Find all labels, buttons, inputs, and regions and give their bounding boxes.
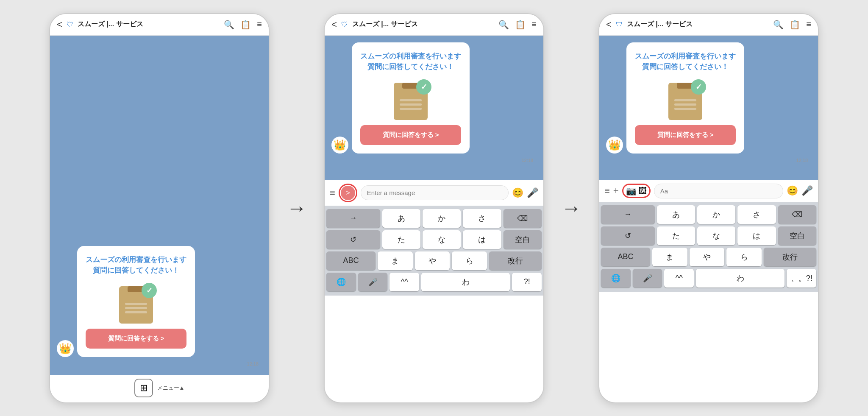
key-enter-2[interactable]: 改行 — [489, 251, 542, 270]
key-a-3[interactable]: あ — [657, 205, 695, 224]
checkmark-1: ✓ — [146, 286, 153, 295]
key-globe-2[interactable]: 🌐 — [326, 273, 356, 291]
plus-icon-3[interactable]: + — [613, 185, 619, 196]
key-ha-2[interactable]: は — [463, 230, 501, 249]
key-sa-2[interactable]: さ — [463, 209, 501, 228]
key-row-2-2: ↺ た な は 空白 — [326, 230, 542, 249]
checkmark-circle-2: ✓ — [416, 79, 431, 95]
action-button-2[interactable]: 質問に回答をする > — [360, 125, 461, 145]
header-2: < 🛡 スムーズ |... サービス 🔍 📋 ≡ — [325, 14, 543, 36]
keyboard-2: → あ か さ ⌫ ↺ た な は 空白 ABC ま や ら 改行 🌐 — [325, 206, 543, 296]
key-wa-2[interactable]: わ — [421, 273, 510, 291]
action-button-3[interactable]: 質問に回答をする > — [635, 125, 736, 145]
key-ma-2[interactable]: ま — [378, 251, 413, 270]
hamburger-icon-3[interactable]: ≡ — [604, 185, 610, 196]
key-ya-3[interactable]: や — [690, 248, 725, 266]
key-na-3[interactable]: な — [697, 226, 735, 245]
message-input-2[interactable] — [361, 185, 509, 200]
key-enter-3[interactable]: 改行 — [764, 248, 816, 266]
search-icon-3[interactable]: 🔍 — [773, 20, 784, 30]
chat-area-3: 👑 スムーズの利用審査を行います 質問に回答してください！ — [599, 36, 818, 180]
search-icon-1[interactable]: 🔍 — [224, 20, 234, 30]
key-ta-3[interactable]: た — [657, 226, 695, 245]
keyboard-3: → あ か さ ⌫ ↺ た な は 空白 ABC ま や ら 改行 🌐 — [599, 202, 818, 292]
emoji-icon-3[interactable]: 😊 — [787, 185, 798, 196]
line-3a — [674, 99, 696, 101]
key-del-2[interactable]: ⌫ — [504, 209, 542, 228]
key-ta-2[interactable]: た — [382, 230, 420, 249]
key-space-2[interactable]: 空白 — [504, 230, 542, 249]
key-punc-3[interactable]: 、。?! — [787, 269, 816, 288]
menu-button-1[interactable]: ⊞ メニュー▲ — [134, 379, 185, 397]
avatar-3: 👑 — [606, 137, 623, 154]
key-row-2-1: → あ か さ ⌫ — [326, 209, 542, 228]
key-caret-3[interactable]: ^^ — [664, 269, 694, 288]
message-input-3[interactable] — [654, 184, 783, 198]
key-globe-3[interactable]: 🌐 — [601, 269, 631, 288]
message-row-1: 👑 スムーズの利用審査を行います 質問に回答してください！ — [57, 246, 262, 357]
header-3: < 🛡 スムーズ |... サービス 🔍 📋 ≡ — [599, 14, 818, 36]
header-icons-1: 🔍 📋 ≡ — [224, 20, 262, 30]
key-row-3-2: ↺ た な は 空白 — [601, 226, 816, 245]
card-title-3: スムーズの利用審査を行います 質問に回答してください！ — [635, 51, 736, 73]
expand-btn-highlight-2: > — [339, 184, 357, 202]
key-ka-2[interactable]: か — [423, 209, 461, 228]
key-abc-3[interactable]: ABC — [601, 248, 650, 266]
list-icon-3[interactable]: 📋 — [790, 20, 800, 30]
line-3 — [125, 311, 147, 313]
chat-bottom-3: ≡ + 📷 🖼 😊 🎤 — [599, 180, 818, 202]
key-ra-3[interactable]: ら — [726, 248, 762, 266]
key-row-2-3: ABC ま や ら 改行 — [326, 251, 542, 270]
key-punct-2[interactable]: ^^ — [389, 273, 419, 291]
checkmark-3: ✓ — [696, 82, 702, 92]
key-space-3[interactable]: 空白 — [778, 226, 816, 245]
key-punc2-2[interactable]: ?! — [512, 273, 542, 291]
key-ka-3[interactable]: か — [697, 205, 735, 224]
back-button-3[interactable]: < — [606, 19, 612, 30]
key-ra-2[interactable]: ら — [452, 251, 487, 270]
message-card-1: スムーズの利用審査を行います 質問に回答してください！ ✓ — [77, 246, 195, 357]
key-na-2[interactable]: な — [423, 230, 461, 249]
list-icon-2[interactable]: 📋 — [515, 20, 526, 30]
search-icon-2[interactable]: 🔍 — [498, 20, 509, 30]
image-icon-3[interactable]: 🖼 — [638, 186, 647, 196]
expand-button-2[interactable]: > — [341, 186, 355, 200]
key-a-2[interactable]: あ — [382, 209, 420, 228]
message-card-3: スムーズの利用審査を行います 質問に回答してください！ ✓ — [626, 42, 744, 154]
key-arrow-3[interactable]: → — [601, 205, 655, 224]
menu-icon-2[interactable]: ≡ — [531, 20, 537, 29]
key-mic-2[interactable]: 🎤 — [358, 273, 388, 291]
key-undo-2[interactable]: ↺ — [326, 230, 380, 249]
header-icons-3: 🔍 📋 ≡ — [773, 20, 811, 30]
camera-icon-3[interactable]: 📷 — [626, 186, 637, 196]
line-3c — [674, 108, 696, 110]
back-button-2[interactable]: < — [331, 19, 337, 30]
menu-icon-1[interactable]: ≡ — [257, 20, 262, 29]
mic-icon-3[interactable]: 🎤 — [801, 185, 813, 196]
key-sa-3[interactable]: さ — [737, 205, 776, 224]
key-ha-3[interactable]: は — [737, 226, 776, 245]
key-abc-2[interactable]: ABC — [326, 251, 376, 270]
checkmark-circle-3: ✓ — [691, 79, 706, 95]
key-del-3[interactable]: ⌫ — [778, 205, 816, 224]
key-ma-3[interactable]: ま — [652, 248, 687, 266]
key-row-3-4: 🌐 🎤 ^^ わ 、。?! — [601, 269, 816, 288]
key-undo-3[interactable]: ↺ — [601, 226, 655, 245]
key-ya-2[interactable]: や — [415, 251, 450, 270]
hamburger-icon-2[interactable]: ≡ — [330, 187, 335, 198]
list-icon-1[interactable]: 📋 — [240, 20, 251, 30]
key-mic-3[interactable]: 🎤 — [633, 269, 662, 288]
action-button-1[interactable]: 質問に回答をする > — [86, 329, 186, 349]
icons-row-3: ≡ + 📷 🖼 😊 🎤 — [599, 180, 818, 202]
back-button-1[interactable]: < — [57, 19, 62, 30]
line-3b — [674, 103, 696, 106]
menu-icon-3[interactable]: ≡ — [806, 20, 811, 29]
avatar-emoji-1: 👑 — [59, 343, 72, 355]
key-arrow-2[interactable]: → — [326, 209, 380, 228]
menu-box-icon-1: ⊞ — [140, 382, 147, 394]
card-title-2: スムーズの利用審査を行います 質問に回答してください！ — [360, 51, 461, 73]
key-wa-3[interactable]: わ — [696, 269, 785, 288]
mic-icon-2[interactable]: 🎤 — [527, 187, 538, 198]
emoji-icon-2[interactable]: 😊 — [512, 187, 523, 198]
menu-label-1: メニュー▲ — [157, 384, 185, 392]
